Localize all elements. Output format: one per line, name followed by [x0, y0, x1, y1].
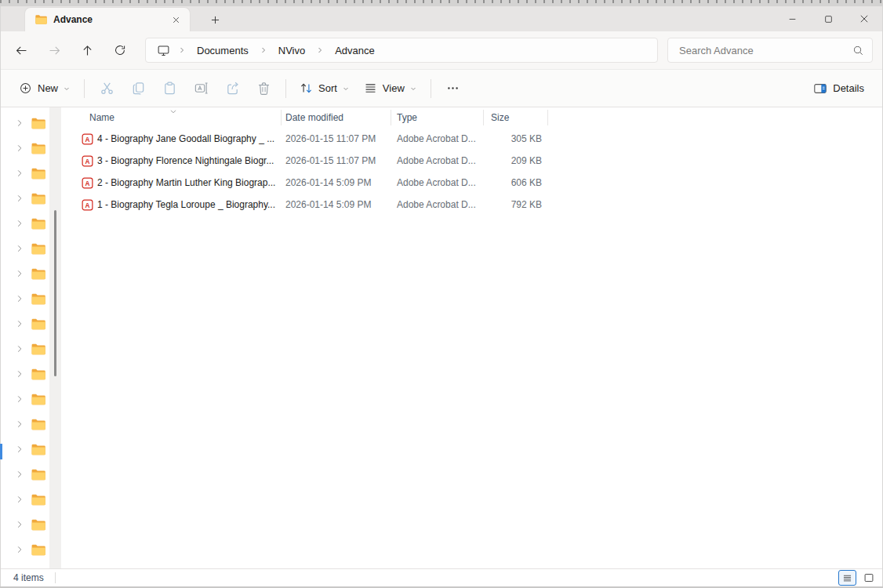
- details-view-toggle-icon[interactable]: [838, 570, 856, 586]
- tab-advance[interactable]: Advance: [24, 7, 191, 31]
- scrollbar-thumb[interactable]: [54, 210, 56, 376]
- status-divider: [55, 572, 56, 583]
- new-plus-icon: [19, 82, 32, 95]
- new-tab-button[interactable]: [205, 9, 225, 30]
- chevron-right-icon[interactable]: [15, 294, 24, 303]
- view-label: View: [383, 82, 405, 94]
- share-icon[interactable]: [216, 74, 248, 103]
- chevron-right-icon[interactable]: [15, 269, 24, 278]
- rename-icon[interactable]: [185, 74, 216, 103]
- back-icon[interactable]: [5, 36, 37, 64]
- chevron-right-icon[interactable]: [15, 143, 24, 153]
- navigation-pane: [1, 107, 70, 568]
- folder-icon[interactable]: [31, 317, 45, 332]
- refresh-icon[interactable]: [104, 36, 136, 64]
- file-row[interactable]: A 3 - Biography Florence Nightingale Bio…: [70, 150, 882, 172]
- chevron-right-icon[interactable]: [15, 219, 24, 228]
- folder-icon[interactable]: [31, 517, 45, 532]
- new-label: New: [38, 82, 58, 94]
- chevron-right-icon[interactable]: [15, 470, 24, 479]
- svg-text:A: A: [85, 201, 90, 209]
- file-row[interactable]: A 2 - Biography Martin Luther King Biogr…: [70, 172, 882, 194]
- folder-icon[interactable]: [31, 367, 45, 382]
- file-name[interactable]: 3 - Biography Florence Nightingale Biogr…: [97, 155, 274, 166]
- file-row[interactable]: A 4 - Biography Jane Goodall Biography _…: [70, 128, 882, 150]
- chevron-right-icon[interactable]: [15, 344, 24, 354]
- address-bar[interactable]: Documents NVivo Advance: [145, 38, 658, 63]
- folder-icon[interactable]: [31, 191, 45, 206]
- details-pane-button[interactable]: Details: [806, 74, 871, 103]
- column-header-size[interactable]: Size: [484, 110, 548, 125]
- svg-text:A: A: [85, 136, 90, 143]
- search-input[interactable]: Search Advance: [667, 38, 873, 63]
- folder-icon[interactable]: [31, 442, 45, 457]
- file-name[interactable]: 2 - Biography Martin Luther King Biograp…: [97, 177, 275, 188]
- chevron-down-icon: [63, 85, 71, 93]
- minimize-icon[interactable]: [774, 6, 810, 31]
- file-date-modified: 2026-01-14 5:09 PM: [282, 177, 391, 188]
- folder-icon[interactable]: [31, 342, 45, 357]
- file-name[interactable]: 1 - Biography Tegla Loroupe _ Biography.…: [97, 199, 275, 210]
- copy-icon[interactable]: [122, 74, 154, 103]
- chevron-right-icon[interactable]: [15, 319, 24, 328]
- file-name[interactable]: 4 - Biography Jane Goodall Biography _ .…: [97, 133, 274, 144]
- folder-icon[interactable]: [31, 241, 45, 256]
- chevron-right-icon[interactable]: [15, 194, 24, 203]
- view-button[interactable]: View: [357, 74, 424, 103]
- folder-icon[interactable]: [31, 292, 45, 307]
- chevron-right-icon[interactable]: [15, 419, 24, 429]
- folder-icon[interactable]: [31, 417, 45, 432]
- search-icon[interactable]: [852, 45, 864, 56]
- view-list-icon: [364, 82, 377, 95]
- breadcrumb-documents[interactable]: Documents: [191, 42, 255, 59]
- chevron-right-icon[interactable]: [15, 244, 24, 253]
- column-header-date-modified[interactable]: Date modified: [282, 110, 391, 125]
- paste-icon[interactable]: [154, 74, 185, 103]
- breadcrumb-advance[interactable]: Advance: [329, 42, 381, 59]
- folder-icon[interactable]: [31, 141, 45, 156]
- sort-label: Sort: [318, 82, 337, 94]
- thumbnail-view-toggle-icon[interactable]: [859, 570, 878, 586]
- column-header-row: Name Date modified Type Size: [70, 107, 882, 128]
- chevron-right-icon[interactable]: [15, 169, 24, 178]
- view-toggles: [838, 570, 878, 586]
- folder-icon[interactable]: [31, 492, 45, 507]
- pdf-file-icon: A: [82, 199, 93, 211]
- up-icon[interactable]: [71, 36, 103, 64]
- column-header-type[interactable]: Type: [391, 110, 484, 125]
- maximize-icon[interactable]: [810, 6, 846, 31]
- folder-icon[interactable]: [31, 116, 45, 131]
- file-type: Adobe Acrobat D...: [391, 133, 484, 144]
- tab-close-icon[interactable]: [168, 12, 184, 27]
- folder-icon[interactable]: [31, 568, 45, 569]
- sidebar-scrollbar[interactable]: [49, 107, 61, 568]
- cut-icon[interactable]: [91, 74, 122, 103]
- chevron-right-icon[interactable]: [15, 520, 24, 529]
- folder-icon[interactable]: [31, 392, 45, 407]
- more-options-icon[interactable]: [438, 74, 469, 103]
- file-type: Adobe Acrobat D...: [391, 177, 484, 188]
- folder-icon[interactable]: [31, 267, 45, 281]
- close-icon[interactable]: [846, 6, 882, 31]
- chevron-right-icon[interactable]: [15, 445, 24, 454]
- sort-button[interactable]: Sort: [293, 74, 357, 103]
- new-button[interactable]: New: [12, 74, 78, 103]
- forward-icon[interactable]: [38, 36, 70, 64]
- breadcrumb-nvivo[interactable]: NVivo: [272, 42, 311, 59]
- this-pc-icon[interactable]: [154, 44, 173, 57]
- sort-ascending-chevron-icon: [169, 107, 178, 116]
- chevron-right-icon[interactable]: [15, 545, 24, 554]
- folder-icon[interactable]: [31, 216, 45, 231]
- folder-icon[interactable]: [31, 166, 45, 181]
- chevron-right-icon[interactable]: [15, 495, 24, 504]
- file-date-modified: 2026-01-15 11:07 PM: [282, 155, 391, 166]
- chevron-right-icon[interactable]: [15, 369, 24, 379]
- folder-icon[interactable]: [31, 543, 45, 557]
- svg-text:A: A: [85, 158, 90, 165]
- file-row[interactable]: A 1 - Biography Tegla Loroupe _ Biograph…: [70, 194, 882, 216]
- sort-arrows-icon: [300, 82, 313, 95]
- chevron-right-icon[interactable]: [15, 118, 24, 128]
- folder-icon[interactable]: [31, 467, 45, 482]
- delete-icon[interactable]: [248, 74, 279, 103]
- chevron-right-icon[interactable]: [15, 394, 24, 404]
